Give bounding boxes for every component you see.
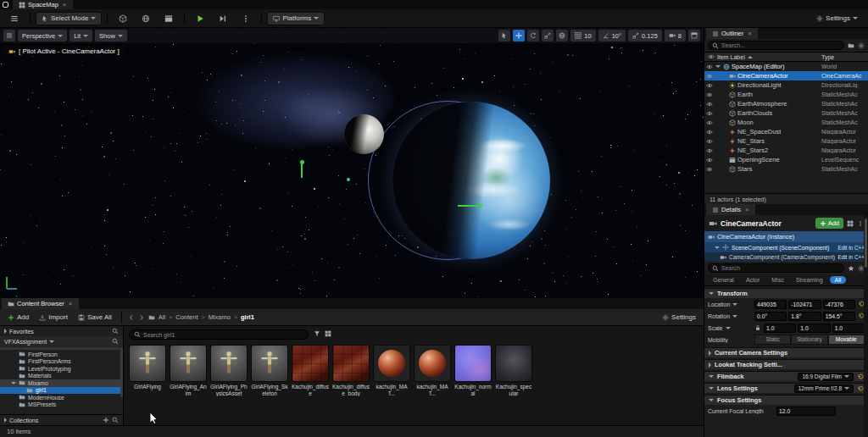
scale-tool-icon[interactable] xyxy=(542,30,554,41)
path-search-icon[interactable] xyxy=(112,338,119,345)
details-scrollbar[interactable] xyxy=(864,215,868,437)
outliner-row[interactable]: NE_Stars2NiagaraActor xyxy=(704,146,868,155)
edit-in-cpp-link[interactable]: Edit in C++ xyxy=(837,245,865,251)
visibility-icon[interactable] xyxy=(706,64,713,70)
outliner-search-input[interactable]: Search... xyxy=(708,41,844,50)
focal-length-field[interactable]: 12.0 xyxy=(776,407,836,416)
play-options-icon[interactable] xyxy=(236,12,256,25)
moon[interactable] xyxy=(344,114,384,154)
asset-tile[interactable]: Kachujin_normal xyxy=(454,345,492,396)
details-filter-tab-all[interactable]: All xyxy=(830,276,847,284)
level-tab[interactable]: SpaceMap × xyxy=(13,0,73,9)
camera-speed-button[interactable]: 8 xyxy=(665,30,686,41)
section-lens-settings[interactable]: Lens Settings 12mm Prime f/2.8 xyxy=(704,383,868,393)
outliner-row[interactable]: StarsStaticMeshAc xyxy=(704,164,868,174)
vector-field[interactable]: -47376 xyxy=(823,300,855,309)
visibility-icon[interactable] xyxy=(706,73,713,80)
sidebar-scrollbar[interactable] xyxy=(120,348,123,397)
viewport-3d[interactable]: Perspective Lit Show 10 10° 0.125 8 [ Pi… xyxy=(0,28,704,297)
vector-field[interactable]: 1.8° xyxy=(788,312,821,321)
revert-lens-icon[interactable] xyxy=(857,385,864,392)
folder-tree-item[interactable]: Materials xyxy=(0,373,123,380)
outliner-column-header[interactable]: Item Label Type xyxy=(704,52,868,62)
close-tab-icon[interactable]: × xyxy=(69,301,73,307)
gizmo-marker[interactable] xyxy=(347,178,350,181)
create-folder-icon[interactable] xyxy=(848,42,854,49)
section-camera-settings[interactable]: Current Camera Settings xyxy=(704,347,868,357)
details-filter-tab-streaming[interactable]: Streaming xyxy=(791,276,828,284)
folder-tree-item[interactable]: Mixamo xyxy=(0,379,123,387)
asset-tile[interactable]: Kachujin_diffuse xyxy=(292,345,329,396)
outliner-row[interactable]: SpaceMap (Editor)World xyxy=(704,62,868,71)
visibility-icon[interactable] xyxy=(706,82,713,89)
collections-search-icon[interactable] xyxy=(112,417,119,423)
close-tab-icon[interactable]: × xyxy=(745,207,749,213)
vector-field[interactable]: 1.0 xyxy=(764,324,796,333)
outliner-row[interactable]: EarthCloudsStaticMeshAc xyxy=(704,108,868,118)
earth[interactable] xyxy=(392,102,550,259)
section-focus-settings[interactable]: Focus Settings xyxy=(704,395,868,405)
mobility-stationary[interactable]: Stationary xyxy=(791,335,827,346)
visibility-icon[interactable] xyxy=(706,147,713,154)
edit-in-cpp-link[interactable]: Edit in C++ xyxy=(837,254,865,260)
filmback-dropdown[interactable]: 16:9 Digital Film xyxy=(798,373,854,381)
skip-button[interactable] xyxy=(213,12,233,25)
visibility-icon[interactable] xyxy=(706,91,713,98)
details-filter-tab-actor[interactable]: Actor xyxy=(741,276,765,284)
path-root-dropdown[interactable]: VFXAssignment xyxy=(0,336,123,346)
folder-tree-item[interactable]: MSPresets xyxy=(0,401,123,409)
editor-menu-icon[interactable] xyxy=(4,12,25,25)
vector-field[interactable]: 1.0 xyxy=(798,324,830,333)
show-dropdown[interactable]: Show xyxy=(95,30,127,41)
add-collection-icon[interactable] xyxy=(103,417,109,423)
asset-tile[interactable]: GirlAFlying_Skeleton xyxy=(251,345,288,396)
breadcrumb-item[interactable]: Content xyxy=(175,313,198,321)
folder-tree-item[interactable]: LevelPrototyping xyxy=(0,365,123,373)
collections-section[interactable]: Collections xyxy=(0,415,123,425)
outliner-row[interactable]: DirectionalLightDirectionalLig xyxy=(704,80,868,90)
asset-tile[interactable]: Kachujin_specular xyxy=(495,345,532,396)
section-lookat-tracking[interactable]: Lookat Tracking Setti... xyxy=(704,359,868,369)
folder-tree-item[interactable]: girl1 xyxy=(0,387,123,395)
settings-dropdown[interactable]: Settings xyxy=(810,12,864,25)
asset-tile[interactable]: GirlAFlying_Anim xyxy=(170,345,207,396)
section-transform[interactable]: Transform xyxy=(704,288,868,298)
outliner-settings-icon[interactable] xyxy=(858,42,865,49)
location-label[interactable]: Location xyxy=(708,301,752,307)
folder-tree-item[interactable]: FirstPersonArms xyxy=(0,358,123,366)
viewport-options-icon[interactable] xyxy=(3,30,15,41)
visibility-icon[interactable] xyxy=(706,129,713,136)
cinematics-icon[interactable] xyxy=(159,12,179,25)
tab-outliner[interactable]: Outliner × xyxy=(706,28,758,39)
details-view-icon[interactable] xyxy=(847,220,854,227)
asset-tile[interactable]: Kachujin_diffuse_body xyxy=(332,345,370,396)
gizmo-marker[interactable] xyxy=(301,163,303,178)
add-button[interactable]: Add xyxy=(4,311,32,324)
mobility-movable[interactable]: Movable xyxy=(828,335,865,346)
favorites-filter-icon[interactable] xyxy=(848,265,854,272)
asset-tile[interactable]: kachujin_MAT... xyxy=(373,345,410,396)
back-icon[interactable] xyxy=(128,314,135,321)
outliner-row[interactable]: EarthAtmosphereStaticMeshAc xyxy=(704,99,868,108)
details-filter-tab-general[interactable]: General xyxy=(708,276,739,284)
component-row-scene[interactable]: SceneComponent (SceneComponent) Edit in … xyxy=(704,242,868,252)
vector-field[interactable]: 0.0° xyxy=(754,312,787,321)
world-space-icon[interactable] xyxy=(556,30,568,41)
lit-dropdown[interactable]: Lit xyxy=(70,30,92,41)
component-row-instance[interactable]: CineCameraActor (Instance) xyxy=(704,231,868,242)
revert-filmback-icon[interactable] xyxy=(857,373,864,380)
details-search-input[interactable]: Search xyxy=(708,263,844,273)
breadcrumb-item[interactable]: girl1 xyxy=(241,313,254,321)
details-filter-tab-misc[interactable]: Misc xyxy=(766,276,788,284)
grid-snap-toggle[interactable]: 10 xyxy=(570,30,595,41)
import-button[interactable]: Import xyxy=(36,311,71,324)
forward-icon[interactable] xyxy=(138,314,145,321)
details-menu-icon[interactable] xyxy=(857,220,864,227)
folder-tree-item[interactable]: ModernHouse xyxy=(0,394,123,401)
visibility-icon[interactable] xyxy=(706,157,713,163)
section-filmback[interactable]: Filmback 16:9 Digital Film xyxy=(704,371,868,381)
breadcrumb-item[interactable]: All xyxy=(159,313,165,321)
filter-icon[interactable] xyxy=(314,330,320,337)
maximize-viewport-icon[interactable] xyxy=(688,30,700,41)
vector-field[interactable]: 1.0 xyxy=(832,324,865,333)
